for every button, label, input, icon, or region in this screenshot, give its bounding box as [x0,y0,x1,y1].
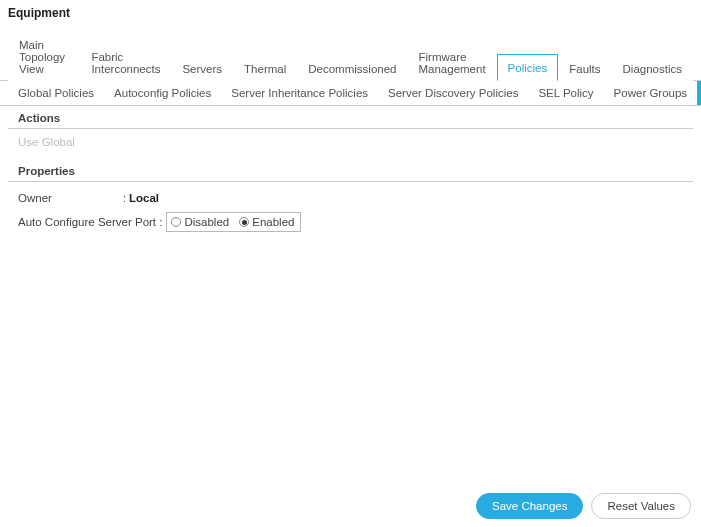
owner-value: Local [129,192,159,204]
radio-disabled-circle [171,217,181,227]
tab-decommissioned[interactable]: Decommissioned [297,55,407,81]
tab-policies[interactable]: Policies [497,54,559,81]
page-title: Equipment [0,0,701,30]
subtab-autoconfig-policies[interactable]: Autoconfig Policies [104,81,221,105]
primary-tabs: Main Topology View Fabric Interconnects … [0,30,701,81]
auto-configure-row: Auto Configure Server Port : Disabled En… [18,208,683,236]
tab-thermal[interactable]: Thermal [233,55,297,81]
subtab-server-discovery-policies[interactable]: Server Discovery Policies [378,81,528,105]
actions-header: Actions [8,106,693,129]
footer-buttons: Save Changes Reset Values [476,493,691,519]
tab-firmware-management[interactable]: Firmware Management [407,43,496,81]
secondary-tabs: Global Policies Autoconfig Policies Serv… [0,81,701,106]
auto-configure-label: Auto Configure Server Port : [18,216,162,228]
use-global-link: Use Global [18,136,75,148]
save-changes-button[interactable]: Save Changes [476,493,583,519]
tab-faults[interactable]: Faults [558,55,611,81]
reset-values-button[interactable]: Reset Values [591,493,691,519]
tab-main-topology-view[interactable]: Main Topology View [8,31,80,81]
radio-enabled[interactable]: Enabled [239,216,294,228]
actions-body: Use Global [8,129,693,159]
tab-servers[interactable]: Servers [171,55,233,81]
radio-disabled[interactable]: Disabled [171,216,229,228]
tab-fabric-interconnects[interactable]: Fabric Interconnects [80,43,171,81]
auto-configure-radio-group: Disabled Enabled [166,212,301,232]
radio-enabled-dot [242,220,247,225]
owner-label: Owner [18,192,123,204]
owner-row: Owner : Local [18,188,683,208]
properties-body: Owner : Local Auto Configure Server Port… [8,182,693,246]
subtab-power-groups[interactable]: Power Groups [604,81,698,105]
radio-enabled-label: Enabled [252,216,294,228]
subtab-port-auto-discovery-policy[interactable]: Port Auto-Discovery Policy [697,81,701,105]
subtab-sel-policy[interactable]: SEL Policy [528,81,603,105]
tab-diagnostics[interactable]: Diagnostics [612,55,693,81]
subtab-global-policies[interactable]: Global Policies [8,81,104,105]
properties-header: Properties [8,159,693,182]
subtab-server-inheritance-policies[interactable]: Server Inheritance Policies [221,81,378,105]
radio-disabled-label: Disabled [184,216,229,228]
radio-enabled-circle [239,217,249,227]
